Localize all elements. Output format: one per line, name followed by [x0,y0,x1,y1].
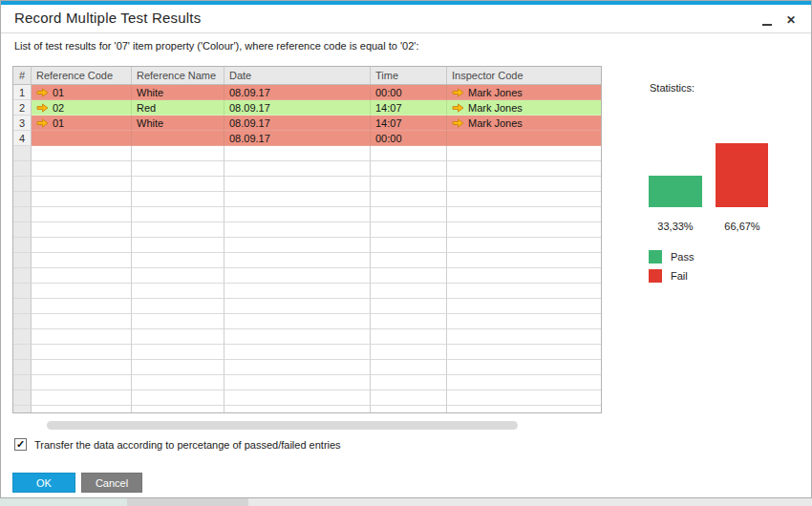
date-cell[interactable] [224,329,371,345]
date-cell[interactable] [224,253,371,268]
inspector-code-cell[interactable] [447,131,601,146]
reference-code-cell[interactable]: 02 [32,100,132,116]
inspector-code-cell[interactable]: Mark Jones [447,100,601,116]
link-arrow-icon[interactable] [452,88,464,97]
time-cell[interactable]: 00:00 [371,85,447,100]
time-cell[interactable]: 14:07 [371,100,447,116]
inspector-code-cell[interactable]: Mark Jones [447,116,601,131]
time-cell[interactable] [371,375,447,390]
time-cell[interactable]: 00:00 [371,131,447,146]
reference-code-cell[interactable] [32,268,132,284]
table-row[interactable] [13,177,601,192]
reference-name-cell[interactable] [132,360,224,375]
time-cell[interactable] [371,177,447,192]
date-cell[interactable] [224,177,371,192]
time-cell[interactable] [371,253,447,268]
reference-code-cell[interactable] [32,238,132,253]
column-header-reference-name[interactable]: Reference Name [132,67,224,85]
inspector-code-cell[interactable] [447,192,601,207]
date-cell[interactable] [224,375,371,390]
time-cell[interactable] [371,360,447,375]
time-cell[interactable] [371,345,447,360]
time-cell[interactable] [371,161,447,177]
time-cell[interactable] [371,329,447,345]
date-cell[interactable] [224,268,371,284]
table-row[interactable] [13,360,601,375]
reference-code-cell[interactable] [32,207,132,222]
inspector-code-cell[interactable] [447,390,601,406]
date-cell[interactable] [224,299,371,314]
table-row[interactable]: 3 01 White 08.09.17 14:07 Mark Jones [13,116,601,131]
reference-name-cell[interactable] [132,177,224,192]
date-cell[interactable] [224,406,371,413]
reference-code-cell[interactable] [32,131,132,146]
date-cell[interactable]: 08.09.17 [224,116,371,131]
cancel-button[interactable]: Cancel [81,473,142,493]
reference-name-cell[interactable] [132,253,224,268]
reference-code-cell[interactable] [32,192,132,207]
reference-name-cell[interactable] [132,161,224,177]
column-header-inspector-code[interactable]: Inspector Code [447,67,601,85]
transfer-checkbox[interactable]: ✓ [14,438,27,451]
date-cell[interactable]: 08.09.17 [224,85,371,100]
table-row[interactable] [13,238,601,253]
reference-code-cell[interactable] [32,177,132,192]
reference-code-cell[interactable] [32,314,132,329]
reference-code-cell[interactable] [32,222,132,238]
reference-name-cell[interactable] [132,284,224,299]
time-cell[interactable] [371,406,447,413]
ok-button[interactable]: OK [12,473,75,493]
reference-name-cell[interactable] [132,268,224,284]
table-row[interactable] [13,222,601,238]
link-arrow-icon[interactable] [36,88,49,97]
reference-name-cell[interactable] [132,299,224,314]
reference-name-cell[interactable]: White [132,116,224,131]
reference-code-cell[interactable] [32,299,132,314]
table-row[interactable]: 4 08.09.17 00:00 [13,131,601,146]
reference-name-cell[interactable] [132,406,224,413]
time-cell[interactable] [371,192,447,207]
column-header-reference-code[interactable]: Reference Code [32,67,132,85]
table-row[interactable] [13,192,601,207]
table-row[interactable] [13,329,601,345]
reference-code-cell[interactable] [32,360,132,375]
reference-code-cell[interactable] [32,390,132,406]
time-cell[interactable] [371,222,447,238]
date-cell[interactable] [224,314,371,329]
inspector-code-cell[interactable] [447,253,601,268]
reference-name-cell[interactable] [132,329,224,345]
table-row[interactable] [13,299,601,314]
reference-name-cell[interactable] [132,146,224,161]
reference-code-cell[interactable] [32,345,132,360]
inspector-code-cell[interactable] [447,299,601,314]
table-row[interactable] [13,146,601,161]
time-cell[interactable] [371,314,447,329]
date-cell[interactable] [224,360,371,375]
inspector-code-cell[interactable] [447,329,601,345]
inspector-code-cell[interactable] [447,360,601,375]
date-cell[interactable] [224,345,371,360]
table-row[interactable] [13,314,601,329]
minimize-button[interactable] [758,11,777,30]
reference-code-cell[interactable]: 01 [32,85,132,100]
time-cell[interactable]: 14:07 [371,116,447,131]
column-header-time[interactable]: Time [371,67,447,85]
table-row[interactable] [13,390,601,406]
reference-name-cell[interactable] [132,390,224,406]
table-row[interactable] [13,345,601,360]
inspector-code-cell[interactable] [447,284,601,299]
date-cell[interactable] [224,284,371,299]
table-row[interactable] [13,161,601,177]
inspector-code-cell[interactable] [447,146,601,161]
link-arrow-icon[interactable] [452,118,464,128]
inspector-code-cell[interactable] [447,222,601,238]
reference-name-cell[interactable] [132,375,224,390]
table-row[interactable] [13,406,601,413]
inspector-code-cell[interactable] [447,314,601,329]
column-header-date[interactable]: Date [224,67,371,85]
reference-code-cell[interactable] [32,375,132,390]
reference-name-cell[interactable]: White [132,85,224,100]
time-cell[interactable] [371,284,447,299]
reference-code-cell[interactable] [32,161,132,177]
reference-name-cell[interactable] [132,238,224,253]
